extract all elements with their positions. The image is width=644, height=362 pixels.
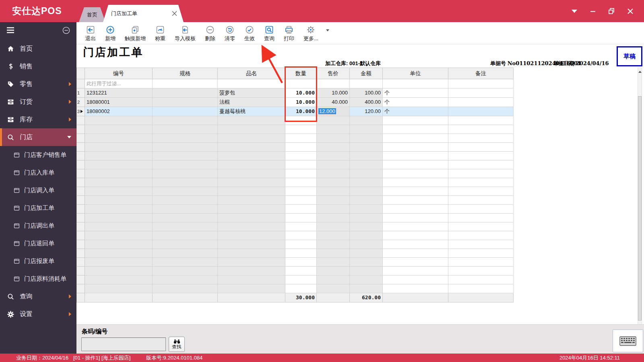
cell-price[interactable] (317, 187, 350, 196)
cell-unit[interactable] (383, 178, 448, 187)
cell-name[interactable] (218, 214, 285, 222)
cell-remark[interactable] (448, 152, 514, 160)
cell-name[interactable] (218, 222, 285, 231)
cell-code[interactable] (85, 196, 153, 205)
cell-unit[interactable] (383, 160, 448, 169)
row-header[interactable] (77, 214, 85, 222)
cell-name[interactable] (218, 187, 285, 196)
cell-spec[interactable] (153, 284, 218, 293)
cell-qty[interactable] (285, 125, 317, 134)
cell-spec[interactable] (153, 169, 218, 178)
cell-remark[interactable] (448, 134, 514, 143)
cell-unit[interactable] (383, 187, 448, 196)
toolbar-button-print[interactable]: 打印 (281, 24, 297, 42)
cell-unit[interactable] (383, 214, 448, 222)
column-header-售价[interactable]: 售价 (317, 68, 350, 79)
cell-spec[interactable] (153, 107, 218, 116)
row-header[interactable] (77, 205, 85, 214)
cell-name[interactable] (218, 160, 285, 169)
cell-unit[interactable] (383, 169, 448, 178)
cell-amount[interactable] (350, 205, 383, 214)
cell-remark[interactable] (448, 205, 514, 214)
column-header-编号[interactable]: 编号 (85, 68, 153, 79)
cell-amount[interactable] (350, 143, 383, 152)
cell-remark[interactable] (448, 160, 514, 169)
toolbar-button-exit[interactable]: 退出 (82, 24, 99, 42)
row-header[interactable] (77, 169, 85, 178)
cell-unit[interactable]: 个 (383, 88, 448, 98)
row-header[interactable] (77, 249, 85, 258)
cell-remark[interactable] (448, 98, 514, 107)
cell-remark[interactable] (448, 125, 514, 134)
cell-unit[interactable]: 个 (383, 98, 448, 107)
cell-price[interactable] (317, 231, 350, 240)
cell-price[interactable] (317, 152, 350, 160)
cell-code[interactable] (85, 214, 153, 222)
cell-amount[interactable] (350, 178, 383, 187)
sidebar-item-设置[interactable]: 设置 (0, 305, 76, 323)
cell-amount[interactable] (350, 231, 383, 240)
cell-name[interactable]: 蔓越莓核桃 (218, 107, 285, 116)
cell-remark[interactable] (448, 258, 514, 267)
tab-store-processing-order[interactable]: 门店加工单 (103, 5, 184, 22)
row-header[interactable]: 1 (77, 88, 85, 98)
cell-remark[interactable] (448, 143, 514, 152)
cell-name[interactable] (218, 249, 285, 258)
cell-qty[interactable] (285, 267, 317, 276)
cell-price[interactable] (317, 258, 350, 267)
cell-qty[interactable] (285, 284, 317, 293)
cell-price[interactable] (317, 79, 350, 88)
cell-amount[interactable]: 400.00 (350, 98, 383, 107)
cell-remark[interactable] (448, 249, 514, 258)
row-header[interactable] (77, 222, 85, 231)
cell-code[interactable] (85, 276, 153, 284)
scrollbar-thumb[interactable] (638, 96, 642, 321)
cell-qty[interactable] (285, 169, 317, 178)
cell-name[interactable] (218, 125, 285, 134)
cell-unit[interactable] (383, 240, 448, 249)
column-header-金额[interactable]: 金额 (350, 68, 383, 79)
cell-price[interactable] (317, 178, 350, 187)
cell-spec[interactable] (153, 258, 218, 267)
column-header-单位[interactable]: 单位 (383, 68, 448, 79)
cell-qty[interactable] (285, 231, 317, 240)
close-tab-icon[interactable] (156, 11, 177, 16)
tab-home[interactable]: 首页 (79, 7, 105, 22)
cell-name[interactable] (218, 79, 285, 88)
toolbar-button-delete[interactable]: 删除 (202, 24, 219, 42)
row-header[interactable]: 2 (77, 98, 85, 107)
toolbar-button-search[interactable]: 查询 (261, 24, 278, 42)
cell-unit[interactable] (383, 267, 448, 276)
cell-qty[interactable] (285, 196, 317, 205)
cell-price[interactable] (317, 240, 350, 249)
sidebar-subitem-门店报废单[interactable]: 门店报废单 (0, 252, 76, 270)
cell-spec[interactable] (153, 205, 218, 214)
cell-price[interactable] (317, 249, 350, 258)
cell-unit[interactable] (383, 152, 448, 160)
cell-code[interactable]: 18080002 (85, 107, 153, 116)
barcode-input[interactable] (81, 337, 166, 351)
cell-unit[interactable] (383, 143, 448, 152)
cell-qty[interactable] (285, 187, 317, 196)
cell-code[interactable]: 1231221 (85, 88, 153, 98)
cell-remark[interactable] (448, 267, 514, 276)
cell-remark[interactable] (448, 88, 514, 98)
cell-amount[interactable] (350, 240, 383, 249)
cell-remark[interactable] (448, 231, 514, 240)
virtual-keyboard-button[interactable] (613, 329, 643, 352)
cell-amount[interactable] (350, 125, 383, 134)
cell-spec[interactable] (153, 98, 218, 107)
cell-price[interactable] (317, 205, 350, 214)
cell-qty[interactable] (285, 205, 317, 214)
cell-amount[interactable] (350, 134, 383, 143)
cell-unit[interactable] (383, 134, 448, 143)
cell-spec[interactable] (153, 222, 218, 231)
sidebar-subitem-门店入库单[interactable]: 门店入库单 (0, 164, 76, 181)
cell-qty[interactable] (285, 240, 317, 249)
row-header[interactable] (77, 160, 85, 169)
cell-remark[interactable] (448, 214, 514, 222)
cell-price[interactable] (317, 267, 350, 276)
cell-qty[interactable] (285, 249, 317, 258)
cell-price[interactable] (317, 169, 350, 178)
sidebar-subitem-门店退回单[interactable]: 门店退回单 (0, 234, 76, 252)
